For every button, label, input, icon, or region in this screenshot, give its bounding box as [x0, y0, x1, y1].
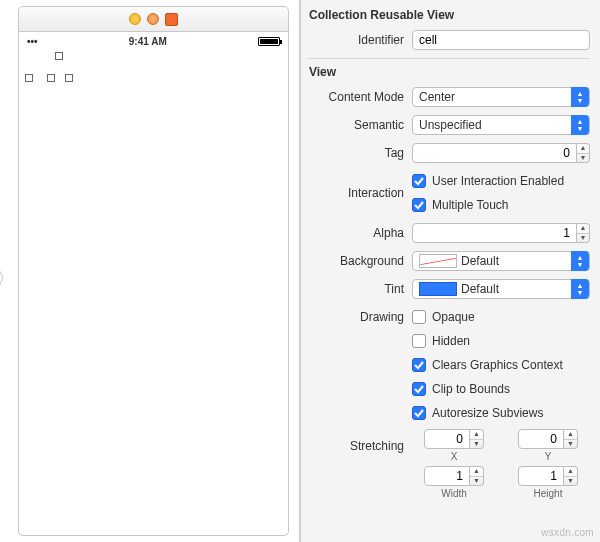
- content-mode-label: Content Mode: [307, 90, 412, 104]
- chevron-updown-icon: ▲▼: [571, 279, 589, 299]
- semantic-select[interactable]: Unspecified ▲▼: [412, 115, 590, 135]
- user-interaction-label: User Interaction Enabled: [432, 174, 564, 188]
- interaction-label: Interaction: [307, 186, 412, 200]
- hidden-checkbox[interactable]: [412, 334, 426, 348]
- stretch-x-input[interactable]: [424, 429, 470, 449]
- stretch-h-sublabel: Height: [534, 488, 563, 499]
- attributes-inspector: Collection Reusable View Identifier View…: [300, 0, 600, 542]
- status-bar: ••• 9:41 AM: [19, 32, 288, 50]
- tag-input[interactable]: [412, 143, 577, 163]
- clears-checkbox[interactable]: [412, 358, 426, 372]
- section-title-reusable: Collection Reusable View: [309, 8, 590, 22]
- resize-handle[interactable]: [65, 74, 73, 82]
- breakpoint-indicator-icon[interactable]: [147, 13, 159, 25]
- multiple-touch-label: Multiple Touch: [432, 198, 509, 212]
- color-swatch-none-icon: [419, 254, 457, 268]
- section-title-view: View: [309, 65, 590, 79]
- stretch-y-stepper[interactable]: ▲▼: [564, 429, 578, 449]
- stop-icon[interactable]: [165, 13, 178, 26]
- resize-handle[interactable]: [55, 52, 63, 60]
- identifier-input[interactable]: [412, 30, 590, 50]
- clears-label: Clears Graphics Context: [432, 358, 563, 372]
- tint-label: Tint: [307, 282, 412, 296]
- background-select[interactable]: Default ▲▼: [412, 251, 590, 271]
- battery-icon: [258, 37, 280, 46]
- tint-select[interactable]: Default ▲▼: [412, 279, 590, 299]
- clip-checkbox[interactable]: [412, 382, 426, 396]
- autoresize-label: Autoresize Subviews: [432, 406, 543, 420]
- watermark: wsxdn.com: [541, 527, 594, 538]
- color-swatch-blue-icon: [419, 282, 457, 296]
- stretch-y-sublabel: Y: [545, 451, 552, 462]
- scene-toolbar: [18, 6, 289, 32]
- opaque-checkbox[interactable]: [412, 310, 426, 324]
- divider: [307, 58, 590, 59]
- chevron-updown-icon: ▲▼: [571, 115, 589, 135]
- ib-canvas-pane: ••• 9:41 AM: [0, 0, 300, 542]
- stretch-x-stepper[interactable]: ▲▼: [470, 429, 484, 449]
- user-interaction-checkbox[interactable]: [412, 174, 426, 188]
- stretch-w-input[interactable]: [424, 466, 470, 486]
- alpha-stepper[interactable]: ▲▼: [577, 223, 590, 243]
- background-label: Background: [307, 254, 412, 268]
- identifier-label: Identifier: [307, 33, 412, 47]
- resize-handle[interactable]: [25, 74, 33, 82]
- drawing-label: Drawing: [307, 307, 412, 324]
- clip-label: Clip to Bounds: [432, 382, 510, 396]
- chevron-updown-icon: ▲▼: [571, 87, 589, 107]
- stretch-h-input[interactable]: [518, 466, 564, 486]
- statusbar-time: 9:41 AM: [38, 36, 258, 47]
- stretch-w-stepper[interactable]: ▲▼: [470, 466, 484, 486]
- carrier-icon: •••: [27, 36, 38, 47]
- stretch-y-input[interactable]: [518, 429, 564, 449]
- tag-label: Tag: [307, 146, 412, 160]
- chevron-updown-icon: ▲▼: [571, 251, 589, 271]
- device-canvas[interactable]: ••• 9:41 AM: [18, 32, 289, 536]
- opaque-label: Opaque: [432, 310, 475, 324]
- autoresize-checkbox[interactable]: [412, 406, 426, 420]
- hidden-label: Hidden: [432, 334, 470, 348]
- stretch-w-sublabel: Width: [441, 488, 467, 499]
- tag-stepper[interactable]: ▲▼: [577, 143, 590, 163]
- stretching-label: Stretching: [307, 439, 412, 453]
- stretch-h-stepper[interactable]: ▲▼: [564, 466, 578, 486]
- multiple-touch-checkbox[interactable]: [412, 198, 426, 212]
- semantic-label: Semantic: [307, 118, 412, 132]
- alpha-label: Alpha: [307, 226, 412, 240]
- resize-handle[interactable]: [47, 74, 55, 82]
- stretch-x-sublabel: X: [451, 451, 458, 462]
- prev-scene-arrow[interactable]: 〉: [0, 265, 16, 292]
- content-mode-select[interactable]: Center ▲▼: [412, 87, 590, 107]
- alpha-input[interactable]: [412, 223, 577, 243]
- issue-indicator-icon[interactable]: [129, 13, 141, 25]
